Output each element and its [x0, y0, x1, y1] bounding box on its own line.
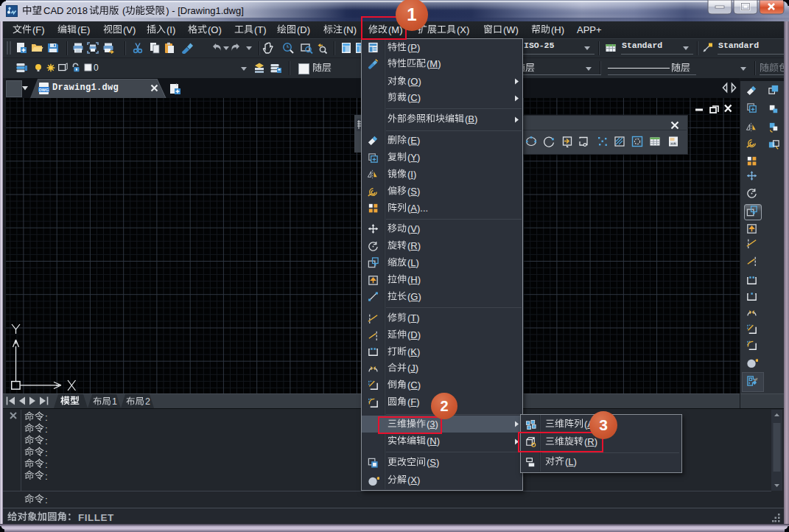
svg-text:DWG: DWG: [39, 88, 49, 92]
